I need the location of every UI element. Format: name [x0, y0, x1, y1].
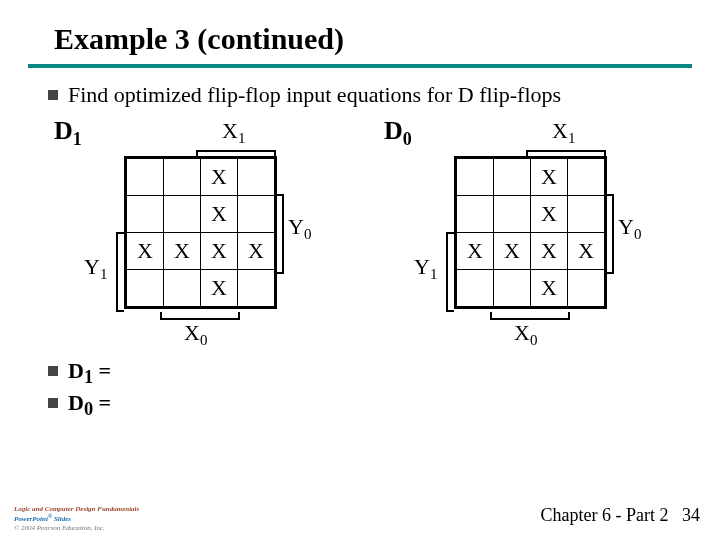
cell: X [164, 233, 201, 270]
bracket-icon [160, 312, 240, 320]
footer-powerpoint: PowerPoint® Slides [14, 513, 139, 524]
kmap-d0: D0 X1 X X XXXX X Y0 Y1 X0 [384, 116, 644, 356]
cell: X [201, 196, 238, 233]
footer-page-number: 34 [682, 505, 700, 525]
cell: X [494, 233, 531, 270]
kmap-d0-grid: X X XXXX X [454, 156, 607, 309]
footer-book-title: Logic and Computer Design Fundamentals [14, 505, 139, 513]
cell: X [201, 233, 238, 270]
cell: X [531, 233, 568, 270]
equation-d0: D0 = [48, 390, 720, 420]
equations: D1 = D0 = [0, 358, 720, 421]
cell: X [568, 233, 605, 270]
title-underline [28, 64, 692, 68]
kmap-container: D1 X1 X X XXXX X Y0 Y1 X0 D0 X1 X X XXXX… [0, 116, 720, 356]
cell [164, 270, 201, 307]
cell: X [201, 270, 238, 307]
footer-page: Chapter 6 - Part 2 34 [541, 505, 700, 526]
bracket-icon [276, 194, 284, 274]
cell [494, 196, 531, 233]
footer-copyright: © 2004 Pearson Education, Inc. [14, 524, 139, 532]
cell [238, 196, 275, 233]
bracket-icon [490, 312, 570, 320]
bullet-text: Find optimized flip-flop input equations… [68, 82, 561, 107]
cell: X [531, 270, 568, 307]
slide-title: Example 3 (continued) [0, 0, 720, 64]
cell [127, 196, 164, 233]
kmap-d0-right-axis: Y0 [618, 214, 641, 243]
bracket-icon [116, 232, 124, 312]
kmap-d0-bottom-axis: X0 [514, 320, 537, 349]
cell: X [238, 233, 275, 270]
bullet-1: Find optimized flip-flop input equations… [0, 82, 720, 108]
bullet-square-icon [48, 90, 58, 100]
kmap-d1: D1 X1 X X XXXX X Y0 Y1 X0 [54, 116, 314, 356]
cell [238, 159, 275, 196]
cell: X [457, 233, 494, 270]
kmap-d0-name: D0 [384, 116, 412, 150]
bullet-square-icon [48, 366, 58, 376]
cell: X [531, 159, 568, 196]
kmap-d1-right-axis: Y0 [288, 214, 311, 243]
kmap-d1-top-axis: X1 [222, 118, 245, 147]
footer-branding: Logic and Computer Design Fundamentals P… [14, 505, 139, 533]
kmap-d1-grid: X X XXXX X [124, 156, 277, 309]
cell [457, 159, 494, 196]
cell [127, 159, 164, 196]
kmap-d0-top-axis: X1 [552, 118, 575, 147]
equation-d1: D1 = [48, 358, 720, 388]
cell [127, 270, 164, 307]
bullet-square-icon [48, 398, 58, 408]
bracket-icon [446, 232, 454, 312]
kmap-d1-name: D1 [54, 116, 82, 150]
cell [457, 196, 494, 233]
bracket-icon [606, 194, 614, 274]
cell [494, 270, 531, 307]
cell: X [127, 233, 164, 270]
footer-chapter: Chapter 6 - Part 2 [541, 505, 669, 525]
cell [238, 270, 275, 307]
kmap-d1-left-axis: Y1 [84, 254, 107, 283]
kmap-d1-bottom-axis: X0 [184, 320, 207, 349]
cell [164, 196, 201, 233]
cell [494, 159, 531, 196]
cell [457, 270, 494, 307]
cell: X [201, 159, 238, 196]
cell: X [531, 196, 568, 233]
cell [568, 159, 605, 196]
cell [164, 159, 201, 196]
cell [568, 196, 605, 233]
cell [568, 270, 605, 307]
kmap-d0-left-axis: Y1 [414, 254, 437, 283]
